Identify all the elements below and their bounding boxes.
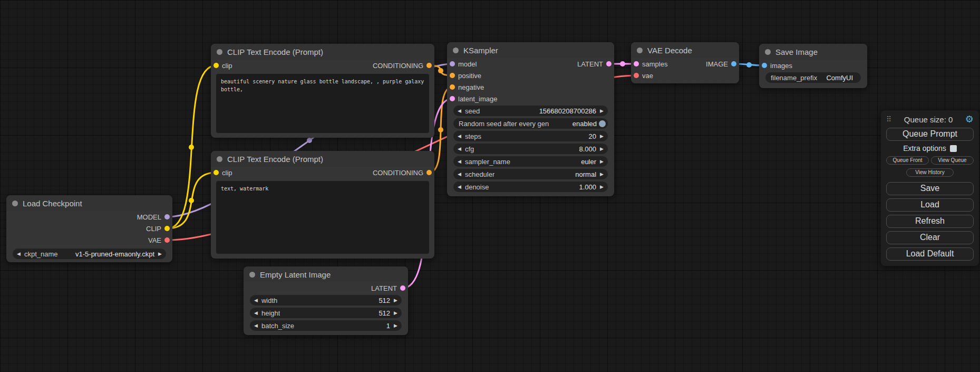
node-clip-text-encode-positive[interactable]: CLIP Text Encode (Prompt) clip CONDITION… — [211, 44, 434, 138]
sampler-name-widget[interactable]: ◀ sampler_name euler ▶ — [453, 156, 608, 167]
settings-gear-icon[interactable]: ⚙ — [965, 115, 974, 124]
decrement-arrow-icon[interactable]: ◀ — [254, 311, 258, 316]
increment-arrow-icon[interactable]: ▶ — [394, 311, 397, 316]
decrement-arrow-icon[interactable]: ◀ — [254, 323, 258, 328]
widget-value: v1-5-pruned-emaonly.ckpt — [75, 250, 154, 258]
steps-widget[interactable]: ◀ steps 20 ▶ — [453, 131, 608, 141]
clip-input-slot: clip — [214, 169, 232, 177]
model-output-dot[interactable] — [164, 214, 170, 220]
node-clip-text-encode-negative[interactable]: CLIP Text Encode (Prompt) clip CONDITION… — [211, 151, 434, 259]
random-seed-toggle-widget[interactable]: Random seed after every gen enabled — [453, 118, 608, 129]
latent-output-dot[interactable] — [606, 61, 612, 66]
conditioning-input-dot[interactable] — [450, 84, 455, 90]
node-title-bar[interactable]: KSampler — [447, 42, 614, 58]
conditioning-output-dot[interactable] — [426, 170, 432, 175]
conditioning-input-dot[interactable] — [450, 73, 455, 78]
increment-arrow-icon[interactable]: ▶ — [600, 109, 604, 113]
model-input-dot[interactable] — [450, 61, 455, 66]
decrement-arrow-icon[interactable]: ◀ — [458, 159, 461, 164]
seed-widget[interactable]: ◀ seed 156680208700286 ▶ — [453, 106, 608, 116]
batch-size-widget[interactable]: ◀ batch_size 1 ▶ — [250, 320, 402, 331]
clip-output-dot[interactable] — [164, 226, 170, 231]
decrement-arrow-icon[interactable]: ◀ — [458, 172, 461, 177]
vae-output-dot[interactable] — [164, 237, 170, 243]
increment-arrow-icon[interactable]: ▶ — [394, 298, 397, 303]
node-ksampler[interactable]: KSampler model LATENT positive negative … — [447, 42, 614, 196]
latent-input-dot[interactable] — [634, 61, 639, 66]
node-title-bar[interactable]: VAE Decode — [631, 42, 739, 58]
node-title-bar[interactable]: CLIP Text Encode (Prompt) — [211, 151, 434, 167]
node-title-bar[interactable]: Empty Latent Image — [244, 266, 408, 282]
increment-arrow-icon[interactable]: ▶ — [600, 185, 604, 189]
ckpt-name-widget[interactable]: ◀ ckpt_name v1-5-pruned-emaonly.ckpt ▶ — [13, 249, 166, 259]
vae-output-slot: VAE — [148, 236, 170, 244]
widget-label: width — [261, 297, 277, 304]
widget-value: normal — [575, 170, 596, 178]
decrement-arrow-icon[interactable]: ◀ — [17, 252, 21, 256]
latent-input-dot[interactable] — [450, 96, 455, 101]
node-title-bar[interactable]: CLIP Text Encode (Prompt) — [211, 44, 434, 60]
increment-arrow-icon[interactable]: ▶ — [600, 172, 604, 177]
collapse-dot-icon[interactable] — [637, 47, 643, 53]
vae-input-dot[interactable] — [634, 73, 639, 78]
widget-value: 1.000 — [579, 183, 597, 191]
clear-button[interactable]: Clear — [886, 231, 974, 244]
increment-arrow-icon[interactable]: ▶ — [158, 252, 162, 256]
latent-output-dot[interactable] — [400, 285, 405, 291]
latent-output-slot: LATENT — [577, 60, 612, 68]
node-save-image[interactable]: Save Image images filename_prefix ComfyU… — [759, 44, 867, 88]
clip-input-dot[interactable] — [214, 63, 219, 68]
slot-label: LATENT — [577, 60, 603, 68]
width-widget[interactable]: ◀ width 512 ▶ — [250, 295, 402, 306]
clip-input-dot[interactable] — [214, 170, 219, 175]
slot-label: IMAGE — [706, 60, 728, 68]
widget-label: height — [261, 309, 280, 317]
save-button[interactable]: Save — [886, 182, 974, 195]
collapse-dot-icon[interactable] — [249, 272, 255, 278]
height-widget[interactable]: ◀ height 512 ▶ — [250, 308, 402, 318]
model-input-slot: model — [450, 60, 477, 68]
node-title-bar[interactable]: Load Checkpoint — [6, 195, 172, 211]
cfg-widget[interactable]: ◀ cfg 8.000 ▶ — [453, 144, 608, 154]
decrement-arrow-icon[interactable]: ◀ — [458, 134, 461, 139]
positive-prompt-textarea[interactable]: beautiful scenery nature glass bottle la… — [216, 74, 429, 133]
collapse-dot-icon[interactable] — [217, 156, 222, 162]
denoise-widget[interactable]: ◀ denoise 1.000 ▶ — [453, 182, 608, 192]
scheduler-widget[interactable]: ◀ scheduler normal ▶ — [453, 169, 608, 179]
queue-prompt-button[interactable]: Queue Prompt — [886, 128, 974, 141]
node-title-bar[interactable]: Save Image — [759, 44, 867, 60]
node-vae-decode[interactable]: VAE Decode samples IMAGE vae — [631, 42, 739, 83]
increment-arrow-icon[interactable]: ▶ — [600, 159, 604, 164]
extra-options-checkbox[interactable] — [950, 145, 957, 152]
negative-prompt-textarea[interactable]: text, watermark — [216, 181, 429, 254]
filename-prefix-widget[interactable]: filename_prefix ComfyUI — [765, 72, 861, 83]
view-history-button[interactable]: View History — [906, 168, 953, 177]
decrement-arrow-icon[interactable]: ◀ — [458, 109, 461, 113]
collapse-dot-icon[interactable] — [453, 47, 459, 53]
decrement-arrow-icon[interactable]: ◀ — [458, 185, 461, 189]
load-button[interactable]: Load — [886, 198, 974, 212]
image-input-dot[interactable] — [762, 63, 767, 68]
image-output-dot[interactable] — [731, 61, 736, 66]
toggle-knob-icon[interactable] — [599, 120, 606, 127]
collapse-dot-icon[interactable] — [765, 49, 771, 55]
increment-arrow-icon[interactable]: ▶ — [600, 147, 604, 151]
queue-front-button[interactable]: Queue Front — [886, 156, 929, 165]
drag-handle-icon[interactable]: ⠿ — [886, 115, 891, 123]
collapse-dot-icon[interactable] — [12, 201, 18, 206]
widget-label: steps — [465, 132, 481, 140]
clip-output-slot: CLIP — [146, 225, 170, 233]
increment-arrow-icon[interactable]: ▶ — [600, 134, 604, 139]
load-default-button[interactable]: Load Default — [886, 247, 974, 261]
node-load-checkpoint[interactable]: Load Checkpoint MODEL CLIP VAE ◀ ckpt_na… — [6, 195, 172, 262]
decrement-arrow-icon[interactable]: ◀ — [458, 147, 461, 151]
node-empty-latent-image[interactable]: Empty Latent Image LATENT ◀ width 512 ▶ … — [244, 266, 408, 335]
increment-arrow-icon[interactable]: ▶ — [394, 323, 397, 328]
collapse-dot-icon[interactable] — [217, 49, 222, 55]
node-title: Empty Latent Image — [260, 270, 331, 279]
refresh-button[interactable]: Refresh — [886, 215, 974, 228]
slot-row: images — [759, 60, 867, 71]
conditioning-output-dot[interactable] — [426, 63, 432, 68]
decrement-arrow-icon[interactable]: ◀ — [254, 298, 258, 303]
view-queue-button[interactable]: View Queue — [931, 156, 974, 165]
